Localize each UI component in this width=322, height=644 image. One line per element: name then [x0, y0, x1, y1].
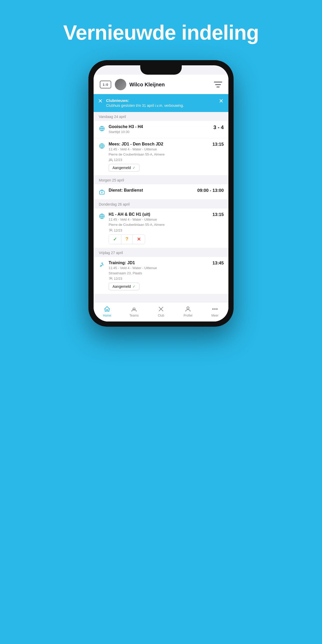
people-count: 12/23	[114, 228, 122, 232]
nav-label-profiel: Profiel	[184, 314, 192, 317]
match-icon	[98, 142, 106, 150]
scoreboard-icon[interactable]: 1:0	[100, 81, 111, 88]
people-count: 12/23	[114, 277, 122, 281]
event-time: 09:00 - 13:00	[197, 188, 224, 193]
nav-item-profiel[interactable]: Profiel	[174, 305, 201, 317]
event-sub1: 11:45 - Veld 4 - Water - Uittenue	[109, 217, 208, 222]
event-time: 13:45	[213, 261, 224, 266]
event-item[interactable]: H1 - AH & BC H1 (uit) 11:45 - Veld 4 - W…	[94, 208, 228, 248]
phone-shell: 1:0 Wilco Kleijnen	[88, 60, 234, 327]
phone-screen: 1:0 Wilco Kleijnen	[94, 65, 228, 321]
event-time: 13:15	[213, 212, 224, 217]
event-right: 13:15	[211, 142, 224, 147]
event-body: Training: JD1 11:45 - Veld 4 - Water - U…	[109, 261, 208, 290]
event-sub1: 11:45 - Veld 4 - Water - Uittenue	[109, 266, 208, 270]
rsvp-row: ✓ ? ✕	[109, 234, 208, 244]
event-sub2: Pierre de Coubertinlaan 55-A, Almere	[109, 222, 208, 227]
event-right: 13:15	[211, 212, 224, 217]
section-header-friday: Vrijdag 27 april	[94, 248, 228, 257]
rsvp-buttons: ✓ ? ✕	[109, 234, 145, 244]
event-sub: Starttijd 10:30	[109, 130, 211, 134]
filter-icon[interactable]	[214, 81, 222, 88]
event-action-row: Aangemeld ✓	[109, 164, 208, 172]
app-header: 1:0 Wilco Kleijnen	[94, 75, 228, 94]
svg-point-18	[109, 277, 111, 279]
event-title: Gooische H3 - H4	[109, 124, 211, 129]
news-banner: Clubnieuws: Clubhuis gesloten t/m 31 apr…	[94, 94, 228, 112]
nav-label-home: Home	[103, 314, 111, 317]
event-item[interactable]: Training: JD1 11:45 - Veld 4 - Water - U…	[94, 257, 228, 294]
avatar[interactable]	[115, 79, 126, 90]
people-count-row: 12/23	[109, 277, 208, 281]
aangemeld-button[interactable]: Aangemeld ✓	[109, 283, 139, 290]
event-time: 13:15	[213, 142, 224, 147]
news-text: Clubnieuws: Clubhuis gesloten t/m 31 apr…	[106, 98, 216, 108]
nav-label-teams: Teams	[129, 314, 138, 317]
check-icon: ✓	[132, 284, 136, 289]
svg-point-19	[111, 277, 112, 279]
svg-point-17	[102, 263, 103, 264]
event-body: Gooische H3 - H4 Starttijd 10:30	[109, 124, 211, 134]
notch	[140, 65, 182, 75]
service-icon	[98, 188, 106, 196]
people-count-row: 12/23	[109, 158, 208, 162]
match-icon	[98, 125, 106, 132]
event-body: Mees: JD1 - Den Bosch JD2 11:45 - Veld 4…	[109, 142, 208, 172]
section-header-tomorrow: Morgen 25 april	[94, 176, 228, 184]
app-content: 1:0 Wilco Kleijnen	[94, 75, 228, 321]
svg-point-16	[111, 229, 112, 230]
score-result: 3 - 4	[213, 124, 224, 130]
section-header-thursday: Donderdag 26 april	[94, 200, 228, 208]
event-item[interactable]: Mees: JD1 - Den Bosch JD2 11:45 - Veld 4…	[94, 138, 228, 176]
people-count: 12/23	[114, 158, 122, 162]
svg-point-15	[109, 229, 111, 230]
event-title: Mees: JD1 - Den Bosch JD2	[109, 142, 208, 146]
spacer	[94, 294, 228, 302]
rsvp-no-button[interactable]: ✕	[132, 235, 145, 244]
svg-point-24	[214, 309, 215, 309]
people-count-row: 12/23	[109, 228, 208, 232]
user-name: Wilco Kleijnen	[129, 82, 214, 88]
meer-icon	[211, 305, 219, 313]
event-title: Training: JD1	[109, 261, 208, 265]
filter-line-2	[215, 84, 221, 85]
home-icon	[103, 305, 111, 313]
event-item[interactable]: Gooische H3 - H4 Starttijd 10:30 3 - 4	[94, 121, 228, 138]
nav-label-meer: Meer	[211, 314, 218, 317]
event-body: H1 - AH & BC H1 (uit) 11:45 - Veld 4 - W…	[109, 212, 208, 244]
teams-icon	[130, 305, 138, 313]
section-header-today: Vandaag 24 april	[94, 112, 228, 121]
nav-item-meer[interactable]: Meer	[201, 305, 228, 317]
check-icon: ✓	[132, 166, 136, 170]
svg-point-9	[111, 159, 112, 160]
rsvp-yes-button[interactable]: ✓	[109, 235, 121, 244]
rsvp-maybe-button[interactable]: ?	[121, 235, 132, 244]
event-item[interactable]: Dienst: Bardienst 09:00 - 13:00	[94, 184, 228, 200]
event-title: Dienst: Bardienst	[109, 188, 193, 193]
event-action-row: Aangemeld ✓	[109, 283, 208, 290]
svg-point-23	[213, 309, 213, 309]
nav-item-home[interactable]: Home	[94, 305, 121, 317]
training-icon	[98, 261, 106, 268]
news-close-button[interactable]	[218, 98, 224, 104]
event-sub2: Pierre de Coubertinlaan 55-A, Almere	[109, 152, 208, 157]
event-body: Dienst: Bardienst	[109, 188, 193, 193]
news-title: Clubnieuws:	[106, 98, 216, 103]
event-title: H1 - AH & BC H1 (uit)	[109, 212, 208, 217]
nav-label-club: Club	[158, 314, 164, 317]
event-right: 09:00 - 13:00	[195, 188, 224, 193]
event-sub2: Straatnaam 23, Plaats	[109, 271, 208, 276]
svg-point-25	[216, 309, 217, 309]
news-dismiss-icon[interactable]	[97, 98, 103, 104]
club-icon	[157, 305, 165, 313]
nav-item-club[interactable]: Club	[148, 305, 174, 317]
filter-line-3	[216, 87, 220, 87]
page-title: Vernieuwde indeling	[63, 21, 259, 45]
nav-item-teams[interactable]: Teams	[121, 305, 148, 317]
aangemeld-button[interactable]: Aangemeld ✓	[109, 164, 139, 172]
svg-point-8	[109, 159, 111, 160]
event-right: 3 - 4	[213, 124, 224, 130]
avatar-image	[115, 79, 126, 90]
event-right: 13:45	[211, 261, 224, 266]
profiel-icon	[184, 305, 192, 313]
